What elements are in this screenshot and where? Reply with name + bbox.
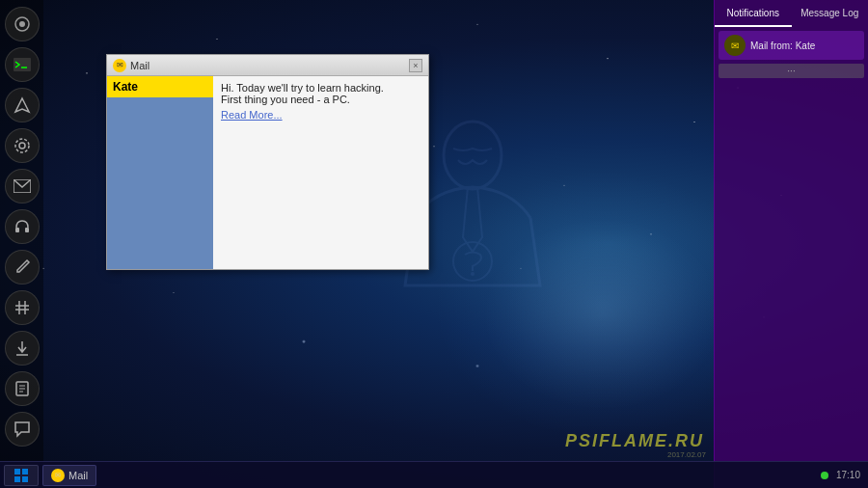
taskbar-app-label: Mail	[68, 470, 88, 481]
svg-rect-11	[25, 228, 29, 232]
sidebar-icon-hash[interactable]	[5, 290, 40, 325]
taskbar: ✉ Mail 17:10	[0, 461, 868, 488]
sidebar-icon-headphone[interactable]	[5, 209, 40, 244]
tab-notifications[interactable]: Notifications	[715, 0, 792, 27]
svg-rect-24	[22, 476, 28, 482]
svg-point-4	[19, 21, 25, 27]
svg-point-2	[471, 272, 475, 276]
mail-title-left: ✉ Mail	[113, 59, 149, 72]
mail-content: Kate Hi. Today we'll try to learn hackin…	[107, 76, 428, 269]
notification-dots[interactable]: ···	[719, 64, 864, 78]
taskbar-mail-icon: ✉	[51, 469, 65, 482]
network-indicator	[821, 472, 828, 479]
mail-sender-name[interactable]: Kate	[107, 76, 213, 97]
sidebar-icon-network[interactable]	[5, 88, 40, 122]
svg-rect-23	[14, 476, 20, 482]
mail-title-icon: ✉	[113, 59, 126, 72]
taskbar-mail-app[interactable]: ✉ Mail	[42, 465, 96, 486]
mail-title-text: Mail	[130, 60, 149, 71]
tab-message-log[interactable]: Message Log	[792, 0, 869, 27]
right-panel: Notifications Message Log ✉ Mail from: K…	[714, 0, 868, 488]
read-more-link[interactable]: Read More...	[221, 109, 420, 121]
sidebar-icon-note[interactable]	[5, 371, 40, 406]
sidebar-icon-mail[interactable]	[5, 169, 40, 203]
mail-titlebar: ✉ Mail ×	[107, 55, 428, 76]
mail-body-line1: Hi. Today we'll try to learn hacking.	[221, 82, 420, 94]
network-status	[821, 472, 828, 479]
notification-text: Mail from: Kate	[750, 41, 815, 51]
taskbar-start-button[interactable]	[4, 465, 39, 486]
svg-rect-21	[14, 469, 20, 474]
sidebar-icon-settings[interactable]	[5, 128, 40, 163]
watermark-text: PSIFLAME.RU	[565, 431, 704, 451]
notification-avatar: ✉	[724, 35, 746, 56]
sidebar-icon-edit[interactable]	[5, 250, 40, 285]
mail-contact-sidebar: Kate	[107, 76, 213, 269]
mail-close-button[interactable]: ×	[409, 59, 422, 72]
sidebar-icon-chat[interactable]	[5, 412, 40, 447]
mail-body: Hi. Today we'll try to learn hacking. Fi…	[213, 76, 428, 269]
svg-rect-5	[14, 58, 31, 71]
sidebar-icon-download[interactable]	[5, 331, 40, 366]
sidebar-icon-1[interactable]	[5, 7, 40, 41]
svg-point-0	[444, 122, 502, 189]
svg-rect-22	[22, 469, 28, 474]
sidebar-icon-terminal[interactable]	[5, 47, 40, 82]
taskbar-time: 17:10	[836, 470, 860, 480]
taskbar-system-tray: 17:10	[821, 470, 864, 480]
mail-window: ✉ Mail × Kate Hi. Today we'll try to lea…	[106, 54, 429, 270]
svg-point-7	[19, 143, 25, 149]
svg-rect-10	[15, 228, 19, 232]
mail-body-line2: First thing you need - a PC.	[221, 94, 420, 105]
notification-mail-kate[interactable]: ✉ Mail from: Kate	[719, 31, 864, 60]
left-sidebar	[0, 0, 43, 461]
svg-point-8	[15, 139, 29, 152]
watermark-date: 2017.02.07	[667, 450, 706, 459]
right-panel-tabs: Notifications Message Log	[715, 0, 868, 27]
